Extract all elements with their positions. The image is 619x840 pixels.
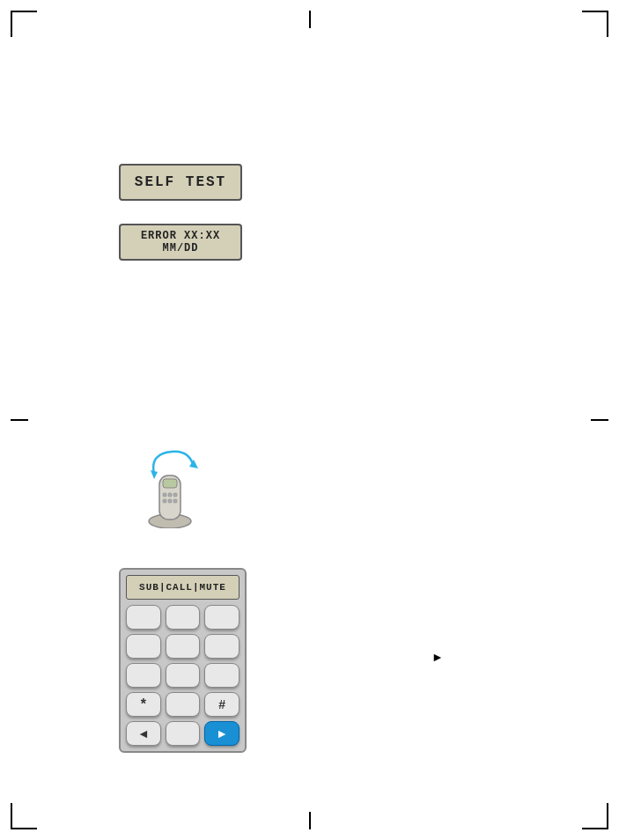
key-btn-0[interactable] <box>166 692 201 717</box>
keypad-lcd-display: SUB|CALL|MUTE <box>126 575 239 600</box>
svg-rect-4 <box>163 479 177 488</box>
lcd-self-test-text: SELF TEST <box>135 174 226 190</box>
key-btn-9[interactable] <box>204 663 239 688</box>
tick-bottom <box>309 812 311 829</box>
keypad-number-grid: * # <box>126 605 239 717</box>
key-btn-2[interactable] <box>166 605 201 630</box>
key-btn-star[interactable]: * <box>126 692 161 717</box>
key-btn-hash[interactable]: # <box>204 692 239 717</box>
keypad-nav-row: ◄ ► <box>126 721 239 746</box>
nav-btn-left[interactable]: ◄ <box>126 721 161 746</box>
tick-right <box>591 419 608 421</box>
key-btn-3[interactable] <box>204 605 239 630</box>
key-btn-8[interactable] <box>166 663 201 688</box>
key-btn-6[interactable] <box>204 634 239 659</box>
key-btn-5[interactable] <box>166 634 201 659</box>
keypad-panel: SUB|CALL|MUTE * # ◄ ► <box>119 568 247 753</box>
tick-top <box>309 11 311 28</box>
svg-rect-6 <box>168 493 172 497</box>
corner-mark-tl <box>11 11 37 37</box>
lcd-self-test-display: SELF TEST <box>119 164 242 201</box>
arrow-indicator: ► <box>431 650 444 664</box>
lcd-error-text: ERROR XX:XXMM/DD <box>141 230 220 255</box>
corner-mark-br <box>582 803 608 829</box>
key-btn-1[interactable] <box>126 605 161 630</box>
device-body-icon <box>144 467 196 528</box>
key-btn-7[interactable] <box>126 663 161 688</box>
svg-rect-8 <box>163 499 166 503</box>
svg-rect-5 <box>163 493 166 497</box>
lcd-error-display: ERROR XX:XXMM/DD <box>119 224 242 261</box>
key-btn-4[interactable] <box>126 634 161 659</box>
rotating-device-illustration <box>136 449 207 528</box>
corner-mark-bl <box>11 803 37 829</box>
svg-rect-7 <box>173 493 177 497</box>
svg-rect-10 <box>173 499 177 503</box>
nav-btn-right[interactable]: ► <box>204 721 239 746</box>
svg-rect-9 <box>168 499 172 503</box>
tick-left <box>11 419 28 421</box>
keypad-lcd-text: SUB|CALL|MUTE <box>139 582 226 593</box>
corner-mark-tr <box>582 11 608 37</box>
nav-btn-center[interactable] <box>166 721 201 746</box>
